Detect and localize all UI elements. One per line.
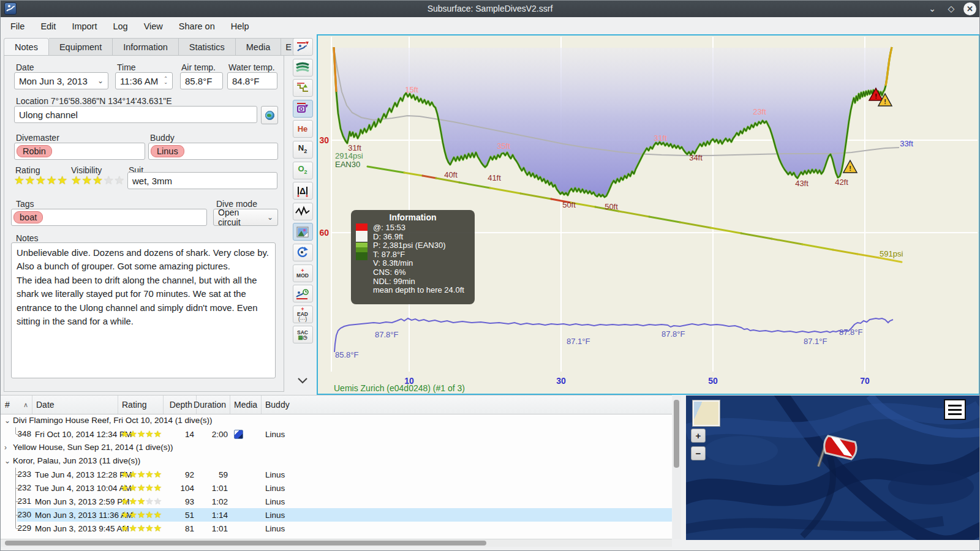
svg-text:41ft: 41ft bbox=[488, 173, 501, 182]
menu-log[interactable]: Log bbox=[105, 19, 135, 34]
map-zoom-out-button[interactable]: − bbox=[691, 446, 706, 460]
svg-text:30: 30 bbox=[319, 135, 329, 145]
restore-zoom-icon[interactable] bbox=[293, 244, 313, 261]
chevron-down-icon[interactable]: ⌄ bbox=[94, 77, 104, 85]
map-globe-button[interactable] bbox=[261, 106, 278, 124]
star-icon[interactable]: ★ bbox=[71, 174, 82, 187]
star-icon[interactable]: ★ bbox=[114, 174, 125, 187]
time-spinner-icon[interactable]: ⌃⌄ bbox=[160, 77, 168, 84]
visibility-stars[interactable]: ★★★★★ bbox=[71, 174, 125, 187]
menu-share-on[interactable]: Share on bbox=[171, 19, 223, 34]
collapse-icon[interactable]: ⌄ bbox=[4, 454, 10, 468]
trip-row[interactable]: ⌄Koror, Palau, Jun 2013 (11 dive(s)) bbox=[0, 454, 672, 468]
column-header-duration[interactable]: Duration bbox=[197, 395, 230, 414]
divemaster-field[interactable]: Robin bbox=[14, 143, 145, 160]
ead-icon[interactable]: +EAD(···) bbox=[293, 305, 313, 323]
waves-icon[interactable] bbox=[293, 59, 313, 77]
toolbar-scroll-down-icon[interactable] bbox=[293, 372, 313, 390]
dive-trip-mode-icon[interactable] bbox=[293, 38, 313, 56]
sac-rate-icon[interactable]: SAC▦◷ bbox=[293, 326, 313, 343]
dive-row-232[interactable]: 232Tue Jun 4, 2013 10:04 AM★★★★★1041:01L… bbox=[0, 481, 672, 495]
tab-equipment[interactable]: Equipment bbox=[49, 38, 113, 56]
gradient-factor-icon[interactable]: Δ bbox=[293, 182, 313, 200]
star-icon: ★ bbox=[137, 482, 145, 493]
close-button[interactable]: ✕ bbox=[963, 2, 976, 15]
star-icon[interactable]: ★ bbox=[57, 174, 68, 187]
tab-information[interactable]: Information bbox=[113, 38, 179, 56]
location-value: Ulong channel bbox=[19, 110, 78, 120]
expand-icon[interactable]: › bbox=[4, 441, 7, 454]
divemaster-tag[interactable]: Robin bbox=[17, 145, 52, 157]
dive-profile-chart[interactable]: 15ft35ft31ft23ft31ft40ft41ft50ft50ft34ft… bbox=[317, 34, 980, 395]
vertical-scrollbar[interactable] bbox=[673, 395, 681, 539]
column-header-media[interactable]: Media bbox=[230, 395, 262, 414]
star-icon[interactable]: ★ bbox=[47, 174, 58, 187]
svg-text:31ft: 31ft bbox=[654, 133, 667, 143]
dive-row-348[interactable]: 348Fri Oct 10, 2014 12:34 PM★★★★★142:00L… bbox=[0, 427, 672, 441]
menu-import[interactable]: Import bbox=[64, 19, 105, 34]
time-field[interactable]: 11:36 AM ⌃⌄ bbox=[115, 72, 173, 89]
buddy-field[interactable]: Linus bbox=[148, 143, 278, 160]
star-icon: ★ bbox=[145, 482, 153, 493]
star-icon[interactable]: ★ bbox=[82, 174, 93, 187]
dive-site-map[interactable]: + − bbox=[686, 395, 980, 540]
star-icon[interactable]: ★ bbox=[92, 174, 104, 187]
location-label: Location 7°16'58.386"N 134°14'43.631"E bbox=[16, 96, 172, 106]
tab-notes[interactable]: Notes bbox=[4, 38, 49, 56]
dive-row-229[interactable]: 229Mon Jun 3, 2013 9:45 AM★★★★★811:01Lin… bbox=[0, 522, 672, 535]
trip-row[interactable]: ⌄Divi Flamingo House Reef, Fri Oct 10, 2… bbox=[0, 414, 672, 427]
tags-field[interactable]: boat bbox=[11, 209, 207, 226]
column-header-rating[interactable]: Rating bbox=[118, 395, 164, 414]
column-header-date[interactable]: Date bbox=[32, 395, 118, 414]
air-temp-field[interactable]: 85.8°F bbox=[180, 72, 223, 89]
menu-file[interactable]: File bbox=[2, 19, 32, 34]
dive-list-header[interactable]: #∧DateRatingDepthDurationMediaBuddy bbox=[0, 395, 672, 414]
vscroll-thumb[interactable] bbox=[674, 400, 679, 468]
column-header-num[interactable]: #∧ bbox=[0, 395, 32, 414]
suit-field[interactable]: wet, 3mm bbox=[127, 172, 277, 189]
rating-stars[interactable]: ★★★★★ bbox=[14, 174, 68, 187]
mod-icon[interactable]: +MOD bbox=[293, 264, 313, 282]
notes-textarea[interactable]: Unbelievable dive. Dozens and dozens of … bbox=[11, 242, 276, 378]
water-temp-field[interactable]: 84.8°F bbox=[227, 72, 277, 89]
menu-view[interactable]: View bbox=[136, 19, 171, 34]
star-icon[interactable]: ★ bbox=[25, 174, 36, 187]
map-zoom-in-button[interactable]: + bbox=[691, 429, 706, 443]
dive-row-233[interactable]: 233Tue Jun 4, 2013 12:28 PM★★★★★9259Linu… bbox=[0, 468, 672, 481]
photos-icon[interactable] bbox=[293, 223, 313, 241]
calculated-ceiling-icon[interactable] bbox=[293, 79, 313, 97]
dive-row-231[interactable]: 231Mon Jun 3, 2013 2:59 PM★★★★★931:02Lin… bbox=[0, 495, 672, 508]
trip-row[interactable]: ›Yellow House, Sun Sep 21, 2014 (1 dive(… bbox=[0, 441, 672, 454]
nitrogen-graph-icon[interactable]: N2 bbox=[293, 141, 313, 159]
minimize-button[interactable]: ⌄ bbox=[925, 2, 939, 15]
menu-edit[interactable]: Edit bbox=[32, 19, 64, 34]
star-icon[interactable]: ★ bbox=[14, 174, 25, 187]
maximize-button[interactable]: ◇ bbox=[944, 2, 958, 15]
column-header-depth[interactable]: Depth bbox=[164, 395, 197, 414]
tab-media[interactable]: Media bbox=[236, 38, 282, 56]
media-photo-icon[interactable] bbox=[234, 430, 243, 439]
diver-speed-icon[interactable] bbox=[293, 285, 313, 302]
buddy-tag[interactable]: Linus bbox=[151, 145, 184, 157]
oxygen-graph-icon[interactable]: O2 bbox=[293, 162, 313, 179]
date-field[interactable]: Mon Jun 3, 2013 ⌄ bbox=[14, 72, 108, 89]
dive-computer-ceiling-icon[interactable] bbox=[293, 100, 313, 118]
column-header-buddy[interactable]: Buddy bbox=[262, 395, 672, 414]
tab-statistics[interactable]: Statistics bbox=[179, 38, 236, 56]
helium-graph-icon[interactable]: He bbox=[293, 120, 313, 138]
tag-boat[interactable]: boat bbox=[13, 211, 43, 223]
map-canvas[interactable] bbox=[686, 395, 980, 540]
dive-row-230[interactable]: 230Mon Jun 3, 2013 11:36 AM★★★★★511:14Li… bbox=[0, 508, 672, 522]
map-overview-thumbnail[interactable] bbox=[692, 400, 720, 427]
menu-help[interactable]: Help bbox=[223, 19, 257, 34]
dive-mode-select[interactable]: Open circuit ⌄ bbox=[213, 209, 278, 226]
star-icon[interactable]: ★ bbox=[104, 174, 115, 187]
heart-rate-icon[interactable] bbox=[293, 203, 313, 220]
hscroll-thumb[interactable] bbox=[5, 541, 486, 545]
location-field[interactable]: Ulong channel bbox=[14, 106, 257, 123]
star-icon[interactable]: ★ bbox=[36, 174, 47, 187]
horizontal-scrollbar[interactable] bbox=[0, 539, 672, 547]
dive-date: Mon Jun 3, 2013 2:59 PM bbox=[32, 497, 118, 506]
collapse-icon[interactable]: ⌄ bbox=[4, 414, 10, 427]
map-menu-button[interactable] bbox=[944, 399, 966, 420]
